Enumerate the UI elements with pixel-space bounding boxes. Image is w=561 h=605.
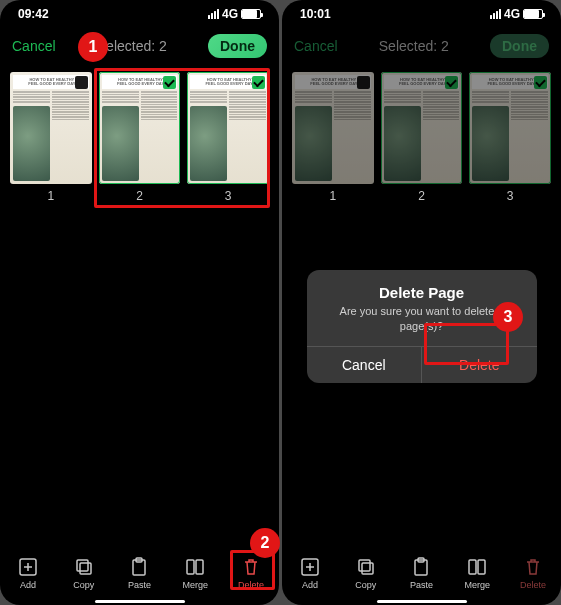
page-number: 3 [469, 189, 551, 203]
done-button[interactable]: Done [208, 34, 267, 58]
page-number: 3 [187, 189, 269, 203]
paste-button[interactable]: Paste [396, 557, 446, 590]
time-label: 09:42 [18, 7, 49, 21]
trash-icon [523, 557, 543, 577]
page-thumb-1[interactable]: HOW TO EAT HEALTHYFEEL GOOD EVERY DAY 1 [10, 72, 92, 203]
thumbnails: HOW TO EAT HEALTHYFEEL GOOD EVERY DAY 1 … [282, 64, 561, 207]
merge-button[interactable]: Merge [170, 557, 220, 590]
done-button[interactable]: Done [490, 34, 549, 58]
battery-icon [241, 9, 261, 19]
dialog-title: Delete Page [319, 284, 525, 301]
page-number: 1 [10, 189, 92, 203]
copy-icon [356, 557, 376, 577]
svg-rect-8 [359, 560, 370, 571]
phone-left: 09:42 4G Cancel Selected: 2 Done HOW TO … [0, 0, 279, 605]
network-label: 4G [222, 7, 238, 21]
svg-rect-6 [196, 560, 203, 574]
thumbnails: HOW TO EAT HEALTHYFEEL GOOD EVERY DAY 1 … [0, 64, 279, 207]
page-thumb-1[interactable]: HOW TO EAT HEALTHYFEEL GOOD EVERY DAY 1 [292, 72, 374, 203]
select-checkbox-checked[interactable] [445, 76, 458, 89]
page-number: 2 [381, 189, 463, 203]
toolbar: Add Copy Paste Merge Delete [0, 547, 279, 605]
phone-right: 10:01 4G Cancel Selected: 2 Done HOW TO … [282, 0, 561, 605]
network-label: 4G [504, 7, 520, 21]
dialog-cancel-button[interactable]: Cancel [307, 347, 423, 383]
top-bar: Cancel Selected: 2 Done [282, 28, 561, 64]
copy-button[interactable]: Copy [59, 557, 109, 590]
time-label: 10:01 [300, 7, 331, 21]
trash-icon [241, 557, 261, 577]
svg-rect-12 [469, 560, 476, 574]
page-number: 2 [99, 189, 181, 203]
delete-dialog: Delete Page Are you sure you want to del… [307, 270, 537, 383]
paste-button[interactable]: Paste [114, 557, 164, 590]
page-thumb-2[interactable]: HOW TO EAT HEALTHYFEEL GOOD EVERY DAY 2 [381, 72, 463, 203]
svg-rect-5 [187, 560, 194, 574]
add-button[interactable]: Add [285, 557, 335, 590]
selection-title: Selected: 2 [97, 38, 167, 54]
merge-icon [467, 557, 487, 577]
status-bar: 10:01 4G [282, 0, 561, 28]
signal-icon [208, 9, 219, 19]
page-thumb-3[interactable]: HOW TO EAT HEALTHYFEEL GOOD EVERY DAY 3 [469, 72, 551, 203]
svg-rect-13 [478, 560, 485, 574]
page-number: 1 [292, 189, 374, 203]
delete-button[interactable]: Delete [226, 557, 276, 590]
toolbar: Add Copy Paste Merge Delete [282, 547, 561, 605]
cancel-button[interactable]: Cancel [294, 38, 338, 54]
copy-button[interactable]: Copy [341, 557, 391, 590]
dialog-message: Are you sure you want to delete 2 page(s… [319, 304, 525, 334]
delete-button[interactable]: Delete [508, 557, 558, 590]
battery-icon [523, 9, 543, 19]
add-icon [18, 557, 38, 577]
merge-button[interactable]: Merge [452, 557, 502, 590]
selection-title: Selected: 2 [379, 38, 449, 54]
paste-icon [129, 557, 149, 577]
page-thumb-3[interactable]: HOW TO EAT HEALTHYFEEL GOOD EVERY DAY 3 [187, 72, 269, 203]
paste-icon [411, 557, 431, 577]
cancel-button[interactable]: Cancel [12, 38, 56, 54]
status-bar: 09:42 4G [0, 0, 279, 28]
add-button[interactable]: Add [3, 557, 53, 590]
add-icon [300, 557, 320, 577]
svg-rect-1 [77, 560, 88, 571]
select-checkbox-checked[interactable] [163, 76, 176, 89]
page-thumb-2[interactable]: HOW TO EAT HEALTHYFEEL GOOD EVERY DAY 2 [99, 72, 181, 203]
top-bar: Cancel Selected: 2 Done [0, 28, 279, 64]
signal-icon [490, 9, 501, 19]
select-checkbox[interactable] [357, 76, 370, 89]
home-indicator [377, 600, 467, 603]
svg-rect-9 [362, 563, 373, 574]
select-checkbox[interactable] [75, 76, 88, 89]
copy-icon [74, 557, 94, 577]
select-checkbox-checked[interactable] [534, 76, 547, 89]
home-indicator [95, 600, 185, 603]
svg-rect-2 [80, 563, 91, 574]
select-checkbox-checked[interactable] [252, 76, 265, 89]
dialog-delete-button[interactable]: Delete [422, 347, 537, 383]
merge-icon [185, 557, 205, 577]
